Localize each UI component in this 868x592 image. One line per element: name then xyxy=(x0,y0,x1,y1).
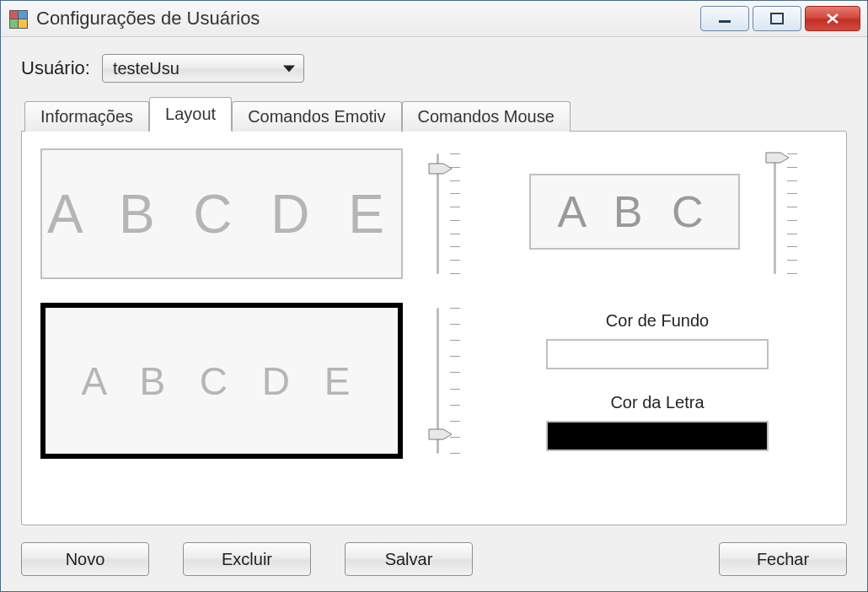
close-button[interactable] xyxy=(805,6,860,31)
tab-comandos-mouse[interactable]: Comandos Mouse xyxy=(402,101,571,132)
tab-comandos-emotiv[interactable]: Comandos Emotiv xyxy=(232,101,401,132)
user-row: Usuário: testeUsu xyxy=(21,54,847,83)
swatch-background-color[interactable] xyxy=(546,339,769,369)
caption-bg-color: Cor de Fundo xyxy=(606,311,709,331)
preview-box-small: A B C xyxy=(529,174,740,250)
preview-box-large: A B C D E xyxy=(40,148,403,279)
slider-thumb-icon xyxy=(765,151,790,164)
fechar-button[interactable]: Fechar xyxy=(719,542,847,576)
window-frame: Configurações de Usuários Usuário: teste… xyxy=(0,0,868,592)
maximize-button[interactable] xyxy=(753,6,801,31)
caption-fg-color: Cor da Letra xyxy=(610,393,704,412)
chevron-down-icon xyxy=(283,65,295,72)
tab-informacoes[interactable]: Informações xyxy=(24,101,149,132)
client-area: Usuário: testeUsu Informações Layout Com… xyxy=(1,37,867,591)
layout-row-2: A B C D E Cor de Fundo Cor da Letra xyxy=(40,303,828,459)
svg-rect-0 xyxy=(719,20,731,23)
minimize-button[interactable] xyxy=(700,6,749,31)
tab-page-layout: A B C D E A B C xyxy=(21,131,847,525)
tabstrip: Informações Layout Comandos Emotiv Coman… xyxy=(21,96,847,131)
swatch-font-color[interactable] xyxy=(546,421,769,451)
layout-row-1: A B C D E A B C xyxy=(40,148,828,279)
user-combobox[interactable]: testeUsu xyxy=(102,54,304,83)
slider-thumb-icon xyxy=(428,428,453,441)
minimize-icon xyxy=(717,13,732,24)
close-icon xyxy=(825,13,840,24)
user-combobox-value: testeUsu xyxy=(113,59,179,78)
svg-rect-1 xyxy=(771,13,783,24)
button-row: Novo Excluir Salvar Fechar xyxy=(21,542,847,576)
maximize-icon xyxy=(769,13,785,24)
novo-button[interactable]: Novo xyxy=(21,542,149,576)
salvar-button[interactable]: Salvar xyxy=(345,542,473,576)
user-label: Usuário: xyxy=(21,57,90,79)
window-buttons xyxy=(700,6,860,31)
excluir-button[interactable]: Excluir xyxy=(183,542,311,576)
titlebar: Configurações de Usuários xyxy=(1,1,867,37)
slider-small-font[interactable] xyxy=(757,148,807,279)
app-icon xyxy=(9,10,26,27)
color-panel: Cor de Fundo Cor da Letra xyxy=(487,303,828,459)
slider-border[interactable] xyxy=(420,303,470,459)
slider-thumb-icon xyxy=(428,162,453,175)
window-title: Configurações de Usuários xyxy=(36,8,260,30)
tab-layout[interactable]: Layout xyxy=(149,97,232,132)
slider-large-font[interactable] xyxy=(420,148,470,279)
preview-box-border: A B C D E xyxy=(40,303,403,459)
